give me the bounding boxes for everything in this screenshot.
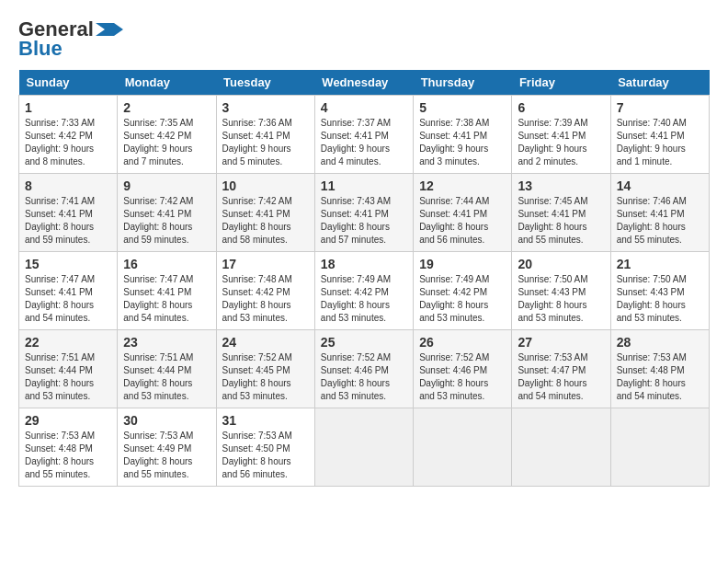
- day-info: Sunrise: 7:43 AMSunset: 4:41 PMDaylight:…: [321, 195, 407, 247]
- calendar-cell: 15Sunrise: 7:47 AMSunset: 4:41 PMDayligh…: [19, 252, 118, 330]
- day-info: Sunrise: 7:50 AMSunset: 4:43 PMDaylight:…: [518, 273, 604, 325]
- calendar-cell: 2Sunrise: 7:35 AMSunset: 4:42 PMDaylight…: [118, 96, 216, 174]
- day-number: 10: [222, 178, 309, 193]
- day-info: Sunrise: 7:47 AMSunset: 4:41 PMDaylight:…: [123, 273, 210, 325]
- day-info: Sunrise: 7:49 AMSunset: 4:42 PMDaylight:…: [419, 273, 506, 325]
- calendar-cell: 19Sunrise: 7:49 AMSunset: 4:42 PMDayligh…: [414, 252, 512, 330]
- day-number: 7: [617, 100, 703, 115]
- day-number: 11: [321, 178, 407, 193]
- day-number: 1: [25, 100, 111, 115]
- calendar-cell: 24Sunrise: 7:52 AMSunset: 4:45 PMDayligh…: [216, 330, 314, 408]
- day-info: Sunrise: 7:52 AMSunset: 4:46 PMDaylight:…: [419, 351, 506, 403]
- day-number: 21: [617, 257, 703, 271]
- weekday-header: Tuesday: [216, 70, 314, 96]
- day-info: Sunrise: 7:38 AMSunset: 4:41 PMDaylight:…: [419, 117, 506, 168]
- calendar-cell: 17Sunrise: 7:48 AMSunset: 4:42 PMDayligh…: [216, 252, 314, 330]
- day-number: 22: [25, 335, 111, 350]
- day-number: 26: [419, 335, 506, 350]
- day-number: 17: [222, 257, 309, 271]
- day-info: Sunrise: 7:53 AMSunset: 4:50 PMDaylight:…: [222, 430, 309, 481]
- calendar-cell: 29Sunrise: 7:53 AMSunset: 4:48 PMDayligh…: [19, 408, 118, 487]
- calendar-week-row: 29Sunrise: 7:53 AMSunset: 4:48 PMDayligh…: [19, 408, 710, 487]
- calendar-week-row: 22Sunrise: 7:51 AMSunset: 4:44 PMDayligh…: [19, 330, 710, 408]
- day-number: 12: [419, 178, 506, 193]
- day-info: Sunrise: 7:36 AMSunset: 4:41 PMDaylight:…: [222, 117, 309, 168]
- calendar-cell: 8Sunrise: 7:41 AMSunset: 4:41 PMDaylight…: [19, 174, 118, 252]
- day-number: 20: [518, 257, 604, 271]
- calendar-cell: [314, 408, 413, 487]
- weekday-header: Friday: [512, 70, 610, 96]
- calendar-table: SundayMondayTuesdayWednesdayThursdayFrid…: [18, 70, 710, 487]
- weekday-header: Thursday: [414, 70, 512, 96]
- day-info: Sunrise: 7:51 AMSunset: 4:44 PMDaylight:…: [25, 351, 111, 403]
- day-number: 16: [123, 257, 210, 271]
- day-number: 30: [123, 413, 210, 428]
- calendar-cell: [610, 408, 709, 487]
- day-number: 29: [25, 413, 111, 428]
- calendar-cell: 7Sunrise: 7:40 AMSunset: 4:41 PMDaylight…: [610, 96, 709, 174]
- day-info: Sunrise: 7:44 AMSunset: 4:41 PMDaylight:…: [419, 195, 506, 247]
- weekday-header: Wednesday: [314, 70, 413, 96]
- calendar-cell: 11Sunrise: 7:43 AMSunset: 4:41 PMDayligh…: [314, 174, 413, 252]
- day-number: 19: [419, 257, 506, 271]
- weekday-header: Saturday: [610, 70, 709, 96]
- calendar-cell: 27Sunrise: 7:53 AMSunset: 4:47 PMDayligh…: [512, 330, 610, 408]
- day-info: Sunrise: 7:47 AMSunset: 4:41 PMDaylight:…: [25, 273, 111, 325]
- day-number: 3: [222, 100, 309, 115]
- day-number: 18: [321, 257, 407, 271]
- calendar-cell: [512, 408, 610, 487]
- day-info: Sunrise: 7:53 AMSunset: 4:49 PMDaylight:…: [123, 430, 210, 481]
- day-info: Sunrise: 7:53 AMSunset: 4:48 PMDaylight:…: [617, 351, 703, 403]
- calendar-cell: 16Sunrise: 7:47 AMSunset: 4:41 PMDayligh…: [118, 252, 216, 330]
- day-number: 31: [222, 413, 309, 428]
- calendar-week-row: 8Sunrise: 7:41 AMSunset: 4:41 PMDaylight…: [19, 174, 710, 252]
- day-info: Sunrise: 7:42 AMSunset: 4:41 PMDaylight:…: [222, 195, 309, 247]
- day-info: Sunrise: 7:51 AMSunset: 4:44 PMDaylight:…: [123, 351, 210, 403]
- day-number: 4: [321, 100, 407, 115]
- calendar-cell: 18Sunrise: 7:49 AMSunset: 4:42 PMDayligh…: [314, 252, 413, 330]
- day-info: Sunrise: 7:35 AMSunset: 4:42 PMDaylight:…: [123, 117, 210, 168]
- day-info: Sunrise: 7:46 AMSunset: 4:41 PMDaylight:…: [617, 195, 703, 247]
- calendar-cell: 5Sunrise: 7:38 AMSunset: 4:41 PMDaylight…: [414, 96, 512, 174]
- calendar-cell: 31Sunrise: 7:53 AMSunset: 4:50 PMDayligh…: [216, 408, 314, 487]
- day-info: Sunrise: 7:52 AMSunset: 4:46 PMDaylight:…: [321, 351, 407, 403]
- calendar-cell: 6Sunrise: 7:39 AMSunset: 4:41 PMDaylight…: [512, 96, 610, 174]
- day-info: Sunrise: 7:48 AMSunset: 4:42 PMDaylight:…: [222, 273, 309, 325]
- weekday-header: Monday: [118, 70, 216, 96]
- day-number: 2: [123, 100, 210, 115]
- day-info: Sunrise: 7:53 AMSunset: 4:47 PMDaylight:…: [518, 351, 604, 403]
- day-info: Sunrise: 7:39 AMSunset: 4:41 PMDaylight:…: [518, 117, 604, 168]
- day-info: Sunrise: 7:49 AMSunset: 4:42 PMDaylight:…: [321, 273, 407, 325]
- day-number: 23: [123, 335, 210, 350]
- calendar-cell: 9Sunrise: 7:42 AMSunset: 4:41 PMDaylight…: [118, 174, 216, 252]
- logo: General Blue: [18, 18, 123, 61]
- day-number: 5: [419, 100, 506, 115]
- logo-blue: Blue: [18, 37, 63, 61]
- day-number: 27: [518, 335, 604, 350]
- day-info: Sunrise: 7:52 AMSunset: 4:45 PMDaylight:…: [222, 351, 309, 403]
- calendar-cell: 23Sunrise: 7:51 AMSunset: 4:44 PMDayligh…: [118, 330, 216, 408]
- day-info: Sunrise: 7:37 AMSunset: 4:41 PMDaylight:…: [321, 117, 407, 168]
- calendar-cell: 21Sunrise: 7:50 AMSunset: 4:43 PMDayligh…: [610, 252, 709, 330]
- calendar-cell: 25Sunrise: 7:52 AMSunset: 4:46 PMDayligh…: [314, 330, 413, 408]
- day-number: 25: [321, 335, 407, 350]
- day-info: Sunrise: 7:50 AMSunset: 4:43 PMDaylight:…: [617, 273, 703, 325]
- calendar-cell: 4Sunrise: 7:37 AMSunset: 4:41 PMDaylight…: [314, 96, 413, 174]
- calendar-cell: 14Sunrise: 7:46 AMSunset: 4:41 PMDayligh…: [610, 174, 709, 252]
- calendar-cell: 10Sunrise: 7:42 AMSunset: 4:41 PMDayligh…: [216, 174, 314, 252]
- day-info: Sunrise: 7:40 AMSunset: 4:41 PMDaylight:…: [617, 117, 703, 168]
- day-info: Sunrise: 7:42 AMSunset: 4:41 PMDaylight:…: [123, 195, 210, 247]
- calendar-cell: 22Sunrise: 7:51 AMSunset: 4:44 PMDayligh…: [19, 330, 118, 408]
- calendar-cell: 3Sunrise: 7:36 AMSunset: 4:41 PMDaylight…: [216, 96, 314, 174]
- calendar-week-row: 15Sunrise: 7:47 AMSunset: 4:41 PMDayligh…: [19, 252, 710, 330]
- calendar-cell: 30Sunrise: 7:53 AMSunset: 4:49 PMDayligh…: [118, 408, 216, 487]
- day-number: 13: [518, 178, 604, 193]
- day-number: 24: [222, 335, 309, 350]
- day-number: 14: [617, 178, 703, 193]
- calendar-cell: 28Sunrise: 7:53 AMSunset: 4:48 PMDayligh…: [610, 330, 709, 408]
- day-number: 15: [25, 257, 111, 271]
- calendar-cell: 26Sunrise: 7:52 AMSunset: 4:46 PMDayligh…: [414, 330, 512, 408]
- calendar-cell: 20Sunrise: 7:50 AMSunset: 4:43 PMDayligh…: [512, 252, 610, 330]
- day-number: 28: [617, 335, 703, 350]
- day-info: Sunrise: 7:41 AMSunset: 4:41 PMDaylight:…: [25, 195, 111, 247]
